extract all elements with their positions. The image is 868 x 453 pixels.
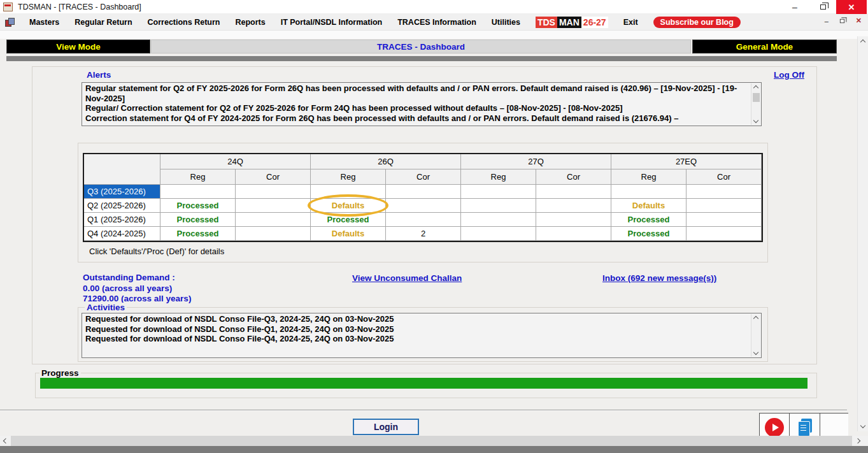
table-cell [461, 199, 536, 213]
scroll-up-icon[interactable] [751, 83, 760, 92]
log-off-link[interactable]: Log Off [774, 70, 804, 80]
menu-exit[interactable]: Exit [623, 18, 638, 27]
status-cell-processed[interactable]: Processed [160, 199, 236, 213]
menu-masters[interactable]: Masters [29, 18, 59, 27]
row-label-q4[interactable]: Q4 (2024-2025) [84, 227, 160, 241]
alerts-scrollbar[interactable] [751, 83, 760, 125]
col-header-cor: Cor [236, 169, 311, 185]
activity-line: Requested for download of NSDL Conso Fil… [85, 314, 747, 324]
activities-box[interactable]: Requested for download of NSDL Conso Fil… [82, 313, 762, 358]
activity-line: Requested for download of NSDL Conso Fil… [85, 334, 747, 344]
table-cell [611, 185, 687, 199]
col-group-27q: 27Q [461, 154, 611, 169]
menu-regular-return[interactable]: Regular Return [75, 18, 132, 27]
horizontal-scrollbar[interactable] [0, 436, 868, 446]
col-group-24q: 24Q [160, 154, 311, 169]
inbox-link[interactable]: Inbox (692 new message(s)) [602, 273, 716, 283]
header-separator [6, 56, 837, 61]
status-cell-defaults[interactable]: Defaults [311, 227, 386, 241]
alert-line: Regular statement for Q2 of FY 2025-2026… [85, 83, 747, 103]
status-cell-processed[interactable]: Processed [611, 227, 687, 241]
row-label-q2[interactable]: Q2 (2025-2026) [84, 199, 160, 213]
col-header-reg: Reg [611, 169, 687, 185]
alerts-box[interactable]: Regular statement for Q2 of FY 2025-2026… [82, 82, 762, 126]
menu-it-portal-nsdl[interactable]: IT Portal/NSDL Information [281, 18, 383, 27]
count-cell[interactable]: 2 [386, 227, 461, 241]
toolbar-gap [0, 31, 868, 39]
scroll-right-icon[interactable] [852, 436, 863, 446]
alert-line: Regular/ Correction statement for Q2 of … [85, 103, 747, 113]
scrollbar-thumb[interactable] [753, 93, 760, 102]
table-cell [536, 227, 611, 241]
row-label-q1[interactable]: Q1 (2025-2026) [84, 213, 160, 227]
scroll-down-icon[interactable] [751, 116, 760, 125]
scrollbar-track[interactable] [11, 436, 852, 446]
mdi-minimize-icon[interactable]: – [825, 17, 829, 25]
tdsman-logo: TDS MAN 26-27 [536, 17, 608, 28]
logo-man: MAN [557, 17, 581, 28]
status-cell-defaults[interactable]: Defaults [611, 199, 687, 213]
col-group-27eq: 27EQ [611, 154, 762, 169]
scroll-up-icon[interactable] [751, 314, 760, 323]
col-header-reg: Reg [311, 169, 386, 185]
mdi-child-icon [5, 18, 14, 26]
scroll-left-icon[interactable] [0, 436, 11, 446]
progress-label: Progress [39, 368, 81, 378]
col-header-cor: Cor [536, 169, 611, 185]
col-group-26q: 26Q [311, 154, 461, 169]
table-footnote: Click 'Defaults'/'Proc (Def)' for detail… [89, 247, 224, 256]
status-cell-processed[interactable]: Processed [311, 213, 386, 227]
mdi-restore-icon[interactable] [840, 18, 844, 22]
status-cell-processed[interactable]: Processed [160, 213, 236, 227]
outstanding-demand-label: Outstanding Demand : [83, 273, 175, 282]
scroll-down-icon[interactable] [751, 348, 760, 357]
table-cell [687, 213, 762, 227]
view-unconsumed-challan-link[interactable]: View Unconsumed Challan [352, 273, 462, 283]
activities-label: Activities [85, 303, 127, 312]
subscribe-blog-button[interactable]: Subscribe our Blog [653, 17, 741, 28]
table-cell [236, 227, 311, 241]
window-title: TDSMAN - [TRACES - Dashboard] [18, 3, 141, 11]
row-label-q3[interactable]: Q3 (2025-2026) [84, 185, 160, 199]
minimize-button[interactable]: – [782, 0, 808, 14]
menu-traces-information[interactable]: TRACES Information [397, 18, 476, 27]
restore-button[interactable] [810, 0, 836, 14]
table-cell [386, 213, 461, 227]
general-mode-banner: General Mode [692, 40, 837, 54]
activities-scrollbar[interactable] [751, 314, 760, 357]
close-button[interactable]: ✕ [836, 0, 867, 14]
scroll-down-icon[interactable] [858, 421, 868, 430]
status-cell-processed[interactable]: Processed [611, 213, 687, 227]
table-cell [386, 199, 461, 213]
scroll-up-icon[interactable] [858, 38, 868, 47]
footer-divider [0, 410, 847, 411]
status-cell-defaults-highlighted[interactable]: Defaults [311, 199, 386, 213]
outstanding-demand-line2: 71290.00 (across all years) [83, 294, 191, 303]
restore-icon [820, 4, 826, 10]
col-header-cor: Cor [687, 169, 762, 185]
col-header-reg: Reg [160, 169, 236, 185]
view-mode-label: View Mode [56, 42, 101, 52]
login-button[interactable]: Login [353, 419, 419, 435]
quarterly-status-table: 24Q 26Q 27Q 27EQ Reg Cor Reg Cor Reg Cor… [83, 153, 763, 242]
menu-reports[interactable]: Reports [235, 18, 265, 27]
logo-tds: TDS [536, 17, 557, 28]
defaults-text: Defaults [332, 201, 364, 210]
col-header-reg: Reg [461, 169, 536, 185]
vertical-scrollbar[interactable] [857, 36, 868, 431]
progress-bar-fill [40, 378, 808, 389]
menu-utilities[interactable]: Utilities [492, 18, 520, 27]
mdi-close-icon[interactable]: ✕ [856, 17, 862, 25]
title-bar: TDSMAN - [TRACES - Dashboard] [0, 0, 868, 14]
table-cell [687, 185, 762, 199]
status-cell-processed[interactable]: Processed [160, 227, 236, 241]
progress-bar [40, 378, 808, 389]
table-cell [311, 185, 386, 199]
login-label: Login [374, 422, 398, 432]
table-corner-cell [84, 154, 160, 185]
table-cell [160, 185, 236, 199]
menu-corrections-return[interactable]: Corrections Return [148, 18, 220, 27]
table-cell [536, 199, 611, 213]
table-cell [386, 185, 461, 199]
page-title: TRACES - Dashboard [151, 40, 691, 54]
